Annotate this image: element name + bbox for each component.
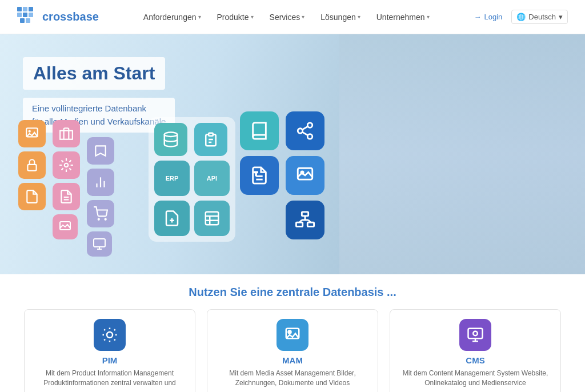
icon-image-gallery <box>286 156 324 195</box>
cms-icon <box>459 319 491 351</box>
nav-services[interactable]: Services ▾ <box>263 9 312 25</box>
lang-chevron-icon: ▾ <box>559 13 563 21</box>
icon-cart <box>87 200 114 227</box>
svg-rect-4 <box>23 13 27 17</box>
nav-produkte[interactable]: Produkte ▾ <box>210 9 261 25</box>
chevron-icon: ▾ <box>302 14 304 20</box>
bottom-section: Nutzen Sie eine zentrale Datenbasis ... … <box>0 274 585 392</box>
pink-icon-col <box>53 120 80 239</box>
svg-point-24 <box>165 133 178 137</box>
icon-list <box>194 123 227 156</box>
icon-image <box>18 120 46 147</box>
svg-rect-0 <box>17 7 22 11</box>
svg-rect-3 <box>17 13 22 17</box>
icon-network <box>286 201 324 239</box>
svg-point-9 <box>29 130 31 133</box>
icon-chart <box>87 169 114 196</box>
hero-person-bg <box>339 34 585 274</box>
chevron-icon: ▾ <box>427 14 430 20</box>
mam-desc: Mit dem Media Asset Management Bilder, Z… <box>217 369 368 388</box>
svg-point-51 <box>107 332 113 338</box>
right-icon-group: T <box>240 111 326 239</box>
main-nav: Anforderungen ▾ Produkte ▾ Services ▾ Lö… <box>137 9 436 25</box>
svg-point-20 <box>105 219 106 220</box>
logo-icon <box>17 7 38 27</box>
svg-line-38 <box>302 126 308 130</box>
pim-title: PIM <box>34 355 186 365</box>
mam-title: MAM <box>217 355 368 365</box>
svg-rect-10 <box>27 165 36 171</box>
icon-export <box>154 201 190 236</box>
svg-text:T: T <box>255 171 258 177</box>
icon-share <box>286 111 324 150</box>
icon-settings2 <box>53 151 80 179</box>
header: crossbase Anforderungen ▾ Produkte ▾ Ser… <box>0 0 585 34</box>
nav-unternehmen[interactable]: Unternehmen ▾ <box>370 9 436 25</box>
icon-book <box>240 111 279 150</box>
svg-point-35 <box>298 129 303 134</box>
icon-building <box>53 120 80 147</box>
cards-row: PIM Mit dem Product Information Manageme… <box>17 309 568 392</box>
svg-rect-25 <box>209 133 213 136</box>
login-button[interactable]: → Login <box>474 13 502 21</box>
svg-line-55 <box>114 339 115 341</box>
chevron-icon: ▾ <box>358 14 360 20</box>
mam-card: MAM Mit dem Media Asset Management Bilde… <box>207 309 378 392</box>
svg-rect-30 <box>206 212 219 225</box>
svg-point-61 <box>289 331 291 334</box>
svg-rect-45 <box>296 222 302 226</box>
nav-loesungen[interactable]: Lösungen ▾ <box>314 9 367 25</box>
svg-line-37 <box>302 132 308 135</box>
header-right: → Login 🌐 Deutsch ▾ <box>474 10 568 24</box>
chevron-icon: ▾ <box>251 14 254 20</box>
svg-point-34 <box>307 123 312 128</box>
logo-area: crossbase <box>17 7 99 27</box>
svg-rect-2 <box>29 7 33 11</box>
icon-erp: ERP <box>154 161 190 196</box>
icon-empty <box>240 201 279 239</box>
svg-rect-46 <box>307 222 314 226</box>
pim-desc: Mit dem Product Information Management P… <box>34 369 186 388</box>
icon-api: API <box>194 161 230 196</box>
icon-table <box>194 201 230 236</box>
globe-icon: 🌐 <box>516 13 526 21</box>
icon-db <box>154 123 187 156</box>
mam-icon <box>277 319 308 351</box>
svg-line-59 <box>114 329 115 330</box>
icon-document <box>18 183 46 210</box>
icon-image2 <box>53 214 78 239</box>
svg-rect-6 <box>20 18 25 23</box>
main-icon-panel: ERP API <box>149 117 235 242</box>
hero-title: Alles am Start <box>23 57 165 90</box>
cms-desc: Mit dem Content Management System Websit… <box>399 369 551 388</box>
language-selector[interactable]: 🌐 Deutsch ▾ <box>511 10 568 24</box>
chevron-icon: ▾ <box>198 14 201 20</box>
svg-line-58 <box>104 339 105 341</box>
icon-monitor <box>87 231 112 257</box>
login-arrow-icon: → <box>474 13 481 21</box>
svg-rect-5 <box>29 13 33 17</box>
icon-document2 <box>53 183 80 210</box>
icon-lock <box>18 151 46 179</box>
pim-card: PIM Mit dem Product Information Manageme… <box>24 309 195 392</box>
svg-rect-7 <box>26 18 30 23</box>
icon-text-doc: T <box>240 156 279 195</box>
lavender-icon-col <box>87 137 114 257</box>
svg-rect-44 <box>302 212 308 216</box>
cms-card: CMS Mit dem Content Management System We… <box>390 309 561 392</box>
svg-rect-21 <box>94 239 105 247</box>
svg-rect-62 <box>468 329 483 339</box>
svg-rect-1 <box>23 7 27 11</box>
icon-cursor <box>87 137 114 165</box>
svg-point-19 <box>98 219 99 220</box>
nav-anforderungen[interactable]: Anforderungen ▾ <box>137 9 208 25</box>
hero-section: Alles am Start Eine vollintegrierte Date… <box>0 34 585 274</box>
logo-text: crossbase <box>42 10 99 23</box>
cms-title: CMS <box>399 355 551 365</box>
svg-point-63 <box>473 331 478 336</box>
section-title: Nutzen Sie eine zentrale Datenbasis ... <box>17 286 568 299</box>
svg-line-54 <box>104 329 105 330</box>
svg-point-36 <box>307 134 312 139</box>
svg-rect-11 <box>60 131 73 139</box>
left-icon-col <box>18 120 46 210</box>
